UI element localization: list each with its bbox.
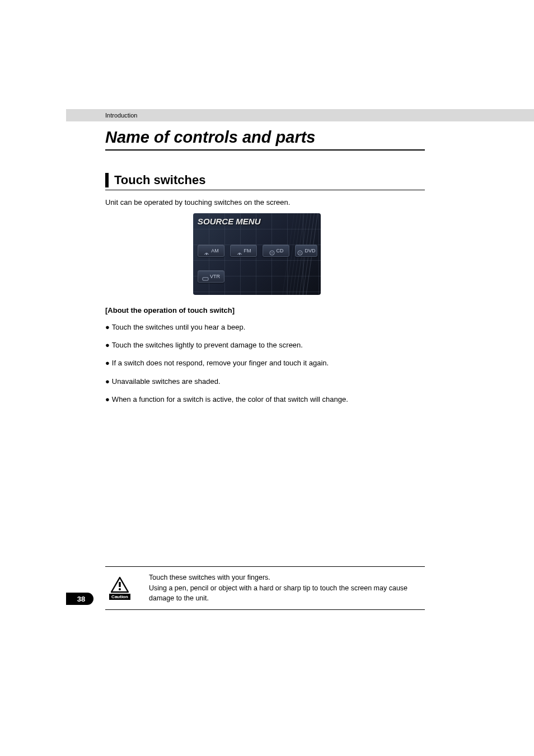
subheading: [About the operation of touch switch] xyxy=(105,306,534,314)
source-menu-screenshot: SOURCE MENU AM FM CD DVD xyxy=(193,213,321,295)
bullet-dot: ● xyxy=(105,340,110,350)
source-button-fm: FM xyxy=(230,245,257,257)
page-title: Name of controls and parts xyxy=(105,128,534,147)
svg-point-1 xyxy=(238,253,240,255)
svg-rect-6 xyxy=(203,278,208,280)
section-title: Touch switches xyxy=(114,173,205,187)
am-label: AM xyxy=(211,248,219,253)
source-button-am: AM xyxy=(198,245,224,257)
page-number: 38 xyxy=(69,593,93,605)
disc-icon xyxy=(269,248,275,253)
bullet-item: ● Touch the switches until you hear a be… xyxy=(105,322,534,332)
bullet-text: Touch the switches lightly to prevent da… xyxy=(112,340,303,350)
dvd-label: DVD xyxy=(305,248,315,253)
breadcrumb: Introduction xyxy=(105,112,137,119)
disc-icon xyxy=(297,248,303,253)
bullet-item: ● Unavailable switches are shaded. xyxy=(105,377,534,387)
caution-text: Touch these switches with your fingers. … xyxy=(149,572,425,604)
caution-line-1: Touch these switches with your fingers. xyxy=(149,572,425,583)
caution-line-2: Using a pen, pencil or object with a har… xyxy=(149,583,425,604)
vtr-icon xyxy=(202,274,209,279)
radio-icon xyxy=(236,248,243,253)
bullet-text: If a switch does not respond, remove you… xyxy=(112,358,329,368)
bullet-text: Touch the switches until you hear a beep… xyxy=(112,322,245,332)
svg-rect-7 xyxy=(119,582,120,587)
source-button-dvd: DVD xyxy=(295,245,317,257)
source-button-cd: CD xyxy=(263,245,289,257)
svg-point-0 xyxy=(206,253,208,255)
source-button-vtr: VTR xyxy=(198,270,224,283)
caution-box: Caution Touch these switches with your f… xyxy=(105,566,425,610)
svg-point-3 xyxy=(271,252,273,253)
bullet-text: When a function for a switch is active, … xyxy=(112,395,348,405)
cd-label: CD xyxy=(277,248,284,253)
warning-triangle-icon xyxy=(110,576,129,593)
title-underline xyxy=(105,149,425,151)
bullet-dot: ● xyxy=(105,377,110,387)
header-bar: Introduction xyxy=(66,109,534,121)
svg-point-8 xyxy=(119,588,121,590)
vtr-label: VTR xyxy=(210,274,220,279)
caution-label: Caution xyxy=(109,594,130,600)
svg-point-5 xyxy=(299,252,301,253)
screen-title: SOURCE MENU xyxy=(198,217,261,226)
section-underline xyxy=(105,190,425,190)
bullet-dot: ● xyxy=(105,358,110,368)
fm-label: FM xyxy=(244,248,251,253)
bullet-dot: ● xyxy=(105,395,110,405)
bullet-item: ● When a function for a switch is active… xyxy=(105,395,534,405)
bullet-item: ● If a switch does not respond, remove y… xyxy=(105,358,534,368)
intro-text: Unit can be operated by touching switche… xyxy=(105,198,534,206)
section-marker xyxy=(105,173,109,187)
section-header: Touch switches xyxy=(105,173,534,187)
bullet-item: ● Touch the switches lightly to prevent … xyxy=(105,340,534,350)
caution-icon: Caution xyxy=(107,576,132,600)
bullet-list: ● Touch the switches until you hear a be… xyxy=(105,322,534,405)
radio-icon xyxy=(203,248,210,253)
bullet-text: Unavailable switches are shaded. xyxy=(112,377,221,387)
bullet-dot: ● xyxy=(105,322,110,332)
